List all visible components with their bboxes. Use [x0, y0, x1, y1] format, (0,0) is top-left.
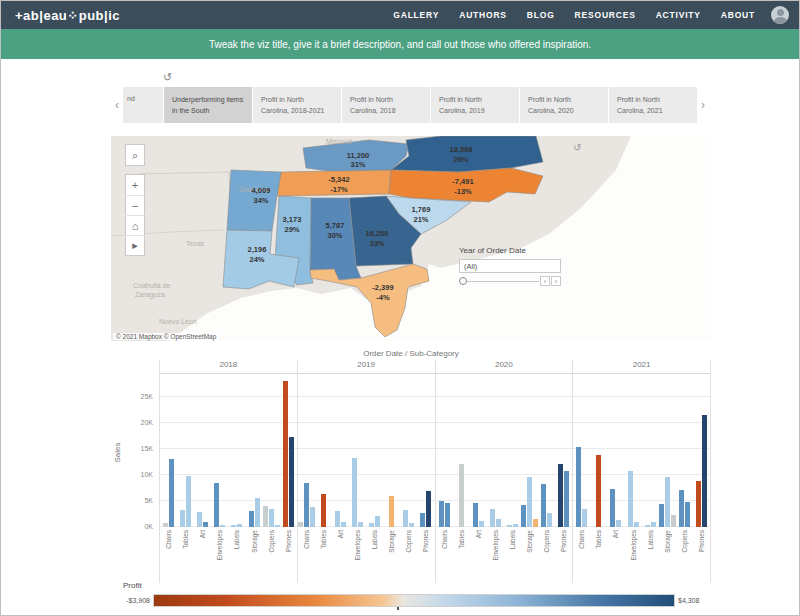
bar[interactable] [255, 498, 260, 527]
sheet-tab[interactable]: Profit in North Carolina, 2018 [342, 87, 430, 123]
bar[interactable] [541, 484, 546, 527]
bar[interactable] [263, 506, 268, 527]
category-art [194, 374, 211, 527]
state-pct: 34% [253, 196, 268, 205]
category-envelopes [625, 374, 642, 527]
bar[interactable] [490, 509, 495, 527]
category-label: Phones [417, 527, 434, 583]
map-reset-icon[interactable]: ↺ [573, 142, 581, 153]
map-label-nuevo-leon: Nuevo León [159, 318, 197, 325]
bar[interactable] [473, 503, 478, 527]
pan-icon[interactable]: ▸ [125, 235, 145, 255]
bar[interactable] [679, 490, 684, 527]
map-label-coahuila: Coahuila de [133, 282, 170, 289]
bar[interactable] [659, 504, 664, 527]
category-art [332, 374, 349, 527]
bar[interactable] [375, 516, 380, 527]
year-group-2020: 2020ChairsTablesArtEnvelopesLabelsStorag… [435, 360, 573, 583]
tabs-scroll-right-icon[interactable]: › [697, 98, 709, 112]
category-envelopes [349, 374, 366, 527]
category-envelopes [211, 374, 228, 527]
category-label: Phones [555, 527, 572, 583]
zoom-in-icon[interactable]: + [125, 175, 145, 195]
tabs-scroll-left-icon[interactable]: ‹ [111, 98, 123, 112]
bar[interactable] [628, 471, 633, 527]
bar[interactable] [269, 509, 274, 527]
bar[interactable] [527, 477, 532, 527]
bar[interactable] [283, 381, 288, 527]
bar[interactable] [426, 491, 431, 527]
bar[interactable] [610, 489, 615, 527]
state-pct: 30% [327, 231, 342, 240]
nav-item-about[interactable]: ABOUT [721, 10, 755, 20]
year-filter-value[interactable]: (All) [459, 259, 561, 273]
bar[interactable] [665, 477, 670, 527]
state-value: -7,491 [452, 177, 473, 186]
bar[interactable] [186, 476, 191, 527]
slider-right-icon[interactable]: › [551, 276, 561, 286]
bar[interactable] [616, 520, 621, 527]
map-attribution[interactable]: © 2021 Mapbox © OpenStreetMap [113, 333, 219, 340]
bar[interactable] [214, 483, 219, 527]
bar[interactable] [685, 502, 690, 527]
sheet-tab[interactable]: Profit in North Carolina, 2018-2021 [253, 87, 341, 123]
map-search-button[interactable]: ⌕ [125, 144, 145, 166]
bar[interactable] [389, 496, 394, 527]
year-label: 2020 [436, 360, 573, 374]
bar[interactable] [403, 510, 408, 527]
category-label: Phones [280, 527, 297, 583]
sheet-tab[interactable]: Underperforming items in the South [164, 87, 252, 123]
bar[interactable] [439, 501, 444, 527]
category-tables [315, 374, 332, 527]
state-pct: 21% [413, 215, 428, 224]
nav-item-blog[interactable]: BLOG [527, 10, 555, 20]
bar[interactable] [596, 455, 601, 527]
bar[interactable] [352, 458, 357, 527]
bar[interactable] [445, 503, 450, 527]
bar[interactable] [180, 510, 185, 527]
year-group-2019: 2019ChairsTablesArtEnvelopesLabelsStorag… [297, 360, 435, 583]
bar[interactable] [558, 464, 563, 527]
nav-item-resources[interactable]: RESOURCES [575, 10, 636, 20]
nav-item-gallery[interactable]: GALLERY [393, 10, 439, 20]
zoom-out-icon[interactable]: − [125, 195, 145, 215]
bar[interactable] [304, 483, 309, 527]
year-filter: Year of Order Date (All) ‹ › [459, 246, 673, 288]
bar[interactable] [249, 511, 254, 527]
bar[interactable] [496, 519, 501, 527]
bar[interactable] [335, 511, 340, 527]
home-icon[interactable]: ⌂ [125, 215, 145, 235]
category-label: Art [194, 527, 211, 583]
category-labels [642, 374, 659, 527]
bar[interactable] [197, 512, 202, 527]
bar[interactable] [576, 447, 581, 527]
bar[interactable] [459, 464, 464, 527]
bar[interactable] [321, 494, 326, 527]
bar[interactable] [521, 505, 526, 527]
state-value: -2,399 [372, 283, 393, 292]
legend-gradient-bar[interactable] [153, 594, 675, 607]
user-avatar-icon[interactable] [771, 6, 789, 24]
state-value: 4,009 [252, 186, 271, 195]
bar[interactable] [289, 437, 294, 527]
tableau-public-logo[interactable]: +ab|eau⁘pub|ic [15, 8, 120, 23]
undo-icon[interactable]: ↺ [163, 71, 172, 84]
sheet-tab[interactable]: Profit in North Carolina, 2021 [609, 87, 697, 123]
sheet-tab[interactable]: Profit in North Carolina, 2019 [431, 87, 519, 123]
sheet-tab[interactable]: Profit in North Carolina, 2020 [520, 87, 608, 123]
bar[interactable] [696, 481, 701, 527]
state-value: 3,173 [283, 215, 302, 224]
nav-item-activity[interactable]: ACTIVITY [656, 10, 701, 20]
bar[interactable] [582, 509, 587, 527]
slider-left-icon[interactable]: ‹ [540, 276, 550, 286]
slider-handle[interactable] [459, 277, 467, 285]
bar[interactable] [420, 513, 425, 527]
slider-track[interactable] [459, 281, 539, 282]
bar[interactable] [564, 471, 569, 527]
nav-item-authors[interactable]: AUTHORS [459, 10, 507, 20]
bar[interactable] [169, 459, 174, 527]
category-chairs [160, 374, 177, 527]
sheet-tab-partial[interactable]: nd [123, 87, 163, 123]
bar[interactable] [702, 415, 707, 527]
bar[interactable] [547, 513, 552, 527]
